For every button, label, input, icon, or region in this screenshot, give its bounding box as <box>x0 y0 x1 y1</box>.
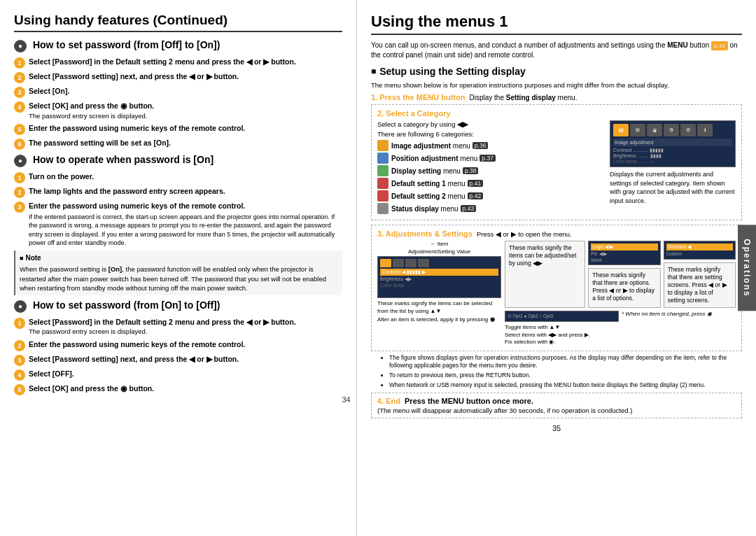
cat-icon-pos <box>377 153 388 164</box>
step1-row: 1. Press the MENU button Display the Set… <box>371 93 742 101</box>
step1-label: 1. Press the MENU button <box>371 93 465 101</box>
cat-page-3: p.41 <box>468 180 484 187</box>
cat-icon-img <box>377 140 388 151</box>
category-right-area: 🖼 ⊞ 🖥 ⚙ ⚙ ℹ Image adjustment Contrast ..… <box>610 120 736 205</box>
diagram-area: ← Item Adjustment/Setting Value Contrast… <box>377 241 736 346</box>
cat-page-0: p.36 <box>472 142 489 149</box>
mock-menu: 🖼 ⊞ 🖥 ⚙ ⚙ ℹ Image adjustment Contrast ..… <box>610 120 736 167</box>
no-change-col: * When no item is changed, press ◉ <box>622 311 736 346</box>
explanation-boxes: These marks signify the items can be adj… <box>505 241 736 346</box>
section1-icon: ● <box>14 40 27 52</box>
cat-page-4: p.42 <box>468 192 484 199</box>
cat-name-3: Default setting 1 menu <box>391 180 465 188</box>
menu-item-2: Brightness ◀▶ <box>380 276 498 282</box>
menu-items: Contrast ........... ▮▮▮▮▮ Brightness ..… <box>613 148 732 164</box>
step-3-5: 5 Select [OK] and press the ◉ button. <box>14 383 342 395</box>
step-num-5: 5 <box>14 124 25 135</box>
right-item2: Custom <box>666 251 733 256</box>
cat-item-5: Status display menu p.43 <box>377 203 604 214</box>
color-item: ⊙ Opt1 ● Opt2 ○ Opt3 <box>507 313 616 319</box>
step2-label: 2. Select a Category <box>377 109 736 118</box>
toggle-text: Toggle items with ▲▼ <box>505 324 619 331</box>
step-num-4: 4 <box>14 101 25 113</box>
bullet-1: To return to previous item, press the RE… <box>389 372 742 380</box>
step-2-num-2: 2 <box>14 187 25 198</box>
step-3-num-2: 2 <box>14 340 25 351</box>
toggle-area: ⊙ Opt1 ● Opt2 ○ Opt3 Toggle items with ▲… <box>505 311 736 346</box>
step-num-2: 2 <box>14 72 25 83</box>
diagram-main: ← Item Adjustment/Setting Value Contrast… <box>377 241 501 323</box>
menu-icons-row: 🖼 ⊞ 🖥 ⚙ ⚙ ℹ <box>613 124 732 136</box>
right-page-num: 35 <box>371 424 742 432</box>
step-1-1: 1 Select [Password] in the Default setti… <box>14 57 342 69</box>
bottom-text1: These marks signify the items can be sel… <box>377 300 501 315</box>
step4-box: 4. End Press the MENU button once more. … <box>371 393 742 418</box>
mid-item: Login ◀ ▶ <box>591 244 657 251</box>
explain-box-2: These marks signify that there are setti… <box>664 262 736 308</box>
cat-item-0: Image adjustment menu p.36 <box>377 140 604 151</box>
note-content: When the password setting is [On], the p… <box>20 265 338 292</box>
explain-box-1: These marks signify that there are optio… <box>588 268 660 308</box>
step3-label: 3. Adjustments & Settings <box>377 230 472 238</box>
step4-row: 4. End Press the MENU button once more. <box>377 397 736 405</box>
category-left: Select a category by using ◀▶ There are … <box>377 120 604 216</box>
toggle-col: ⊙ Opt1 ● Opt2 ○ Opt3 Toggle items with ▲… <box>505 311 619 346</box>
main-screen: Contrast ◀ ▮▮▮▮▮ ▶ Brightness ◀▶ Color t… <box>377 256 501 298</box>
step3-header: 3. Adjustments & Settings Press ◀ or ▶ t… <box>377 230 736 238</box>
category-right-text: Displays the current adjustments and set… <box>610 170 736 205</box>
step-2-num-3: 3 <box>14 202 25 213</box>
bullet-2: When Network or USB memory input is sele… <box>389 381 742 390</box>
step-3-3: 3 Select [Password setting] next, and pr… <box>14 354 342 366</box>
note-box: Note When the password setting is [On], … <box>14 251 342 295</box>
right-section-title: Using the menus 1 <box>371 13 742 35</box>
mid-item3: None <box>591 258 657 262</box>
step4-sub: (The menu will disappear automatically a… <box>377 407 736 414</box>
fix-text: Fix selection with ◉. <box>505 339 619 346</box>
cat-icon-def1 <box>377 178 388 189</box>
step2-sub2: There are following 6 categories: <box>377 130 604 138</box>
setup-intro: The menu shown below is for operation in… <box>371 81 742 89</box>
step-2-num-1: 1 <box>14 172 25 183</box>
bullets-list: The figure shows displays given for oper… <box>371 354 742 390</box>
top-boxes-row: These marks signify the items can be adj… <box>505 241 736 308</box>
section3-title: ● How to set password (from [On] to [Off… <box>14 299 342 313</box>
step-1-2: 2 Select [Password setting] next, and pr… <box>14 71 342 83</box>
section1-title: ● How to set password (from [Off] to [On… <box>14 39 342 52</box>
step-2-2: 2 The lamp lights and the password entry… <box>14 186 342 198</box>
step-1-5: 5 Enter the password using numeric keys … <box>14 123 342 135</box>
section2-title: ● How to operate when password is [On] <box>14 154 342 167</box>
left-panel: Using handy features (Continued) ● How t… <box>0 0 357 536</box>
step-num-1: 1 <box>14 57 25 69</box>
step4-label: 4. End <box>377 397 400 405</box>
setup-title: Setup using the Setting display <box>371 66 742 77</box>
cat-page-2: p.38 <box>463 167 479 174</box>
section2-icon: ● <box>14 155 27 167</box>
step-2-3: 3 Enter the password using numeric keys … <box>14 201 342 248</box>
intro-text: You can call up on-screen menus, and con… <box>371 41 742 60</box>
step3-box: 3. Adjustments & Settings Press ◀ or ▶ t… <box>371 225 742 351</box>
step-3-num-1: 1 <box>14 318 25 329</box>
bottom-text2: After an item is selected, apply it by p… <box>377 316 501 323</box>
menu-item-3: Color temp <box>380 283 498 288</box>
top-icons <box>380 259 498 267</box>
note-title: Note <box>20 253 41 263</box>
cat-name-2: Display setting menu <box>391 167 461 175</box>
cat-item-1: Position adjustment menu p.37 <box>377 153 604 164</box>
right-screen: Standard ◀ Custom <box>664 241 736 260</box>
cat-icon-stat <box>377 203 388 214</box>
cat-icon-disp <box>377 165 388 176</box>
menu-label: Image adjustment <box>613 139 732 146</box>
color-screen: ⊙ Opt1 ● Opt2 ○ Opt3 <box>505 311 619 322</box>
right-item: Standard ◀ <box>666 244 733 251</box>
left-section-title: Using handy features (Continued) <box>14 13 342 32</box>
cat-name-5: Status display menu <box>391 205 458 213</box>
far-right-boxes: Standard ◀ Custom These marks signify th… <box>664 241 736 308</box>
left-page-num: 34 <box>182 395 357 404</box>
cat-icon-def2 <box>377 190 388 202</box>
when-no-item: * When no item is changed, press ◉ <box>622 311 736 317</box>
cat-name-4: Default setting 2 menu <box>391 192 465 200</box>
step-3-2: 2 Enter the password using numeric keys … <box>14 339 342 351</box>
right-boxes: Login ◀ ▶ Pin ◀ ▶ None These marks signi… <box>588 241 660 308</box>
step2-box: 2. Select a Category Select a category b… <box>371 104 742 220</box>
step-3-num-4: 4 <box>14 369 25 381</box>
